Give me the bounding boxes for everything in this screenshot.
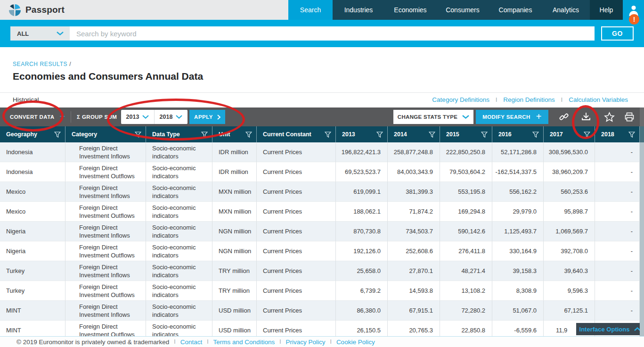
table-cell: 67,125.1 bbox=[544, 301, 595, 321]
table-row: NigeriaForeign Direct Investment Outflow… bbox=[0, 241, 640, 261]
column-header-label: 2013 bbox=[342, 131, 355, 138]
filter-funnel-icon[interactable] bbox=[628, 132, 635, 138]
table-cell: - bbox=[595, 301, 640, 321]
table-cell: 71,874.2 bbox=[388, 202, 440, 222]
table-cell: Current Prices bbox=[257, 222, 336, 241]
year-from-value: 2013 bbox=[126, 114, 139, 120]
table-cell: Nigeria bbox=[0, 241, 65, 261]
column-header-2015: 2015 bbox=[440, 126, 492, 142]
calculation-variables-link[interactable]: Calculation Variables bbox=[569, 96, 628, 103]
table-cell: 188,062.1 bbox=[336, 202, 388, 222]
table-cell: Current Prices bbox=[257, 241, 336, 261]
table-cell: 27,870.1 bbox=[388, 261, 440, 281]
table-cell: USD million bbox=[212, 301, 257, 321]
filter-funnel-icon[interactable] bbox=[325, 132, 331, 138]
table-cell: Foreign Direct Investment Inflows bbox=[65, 142, 146, 162]
scrollbar-thumb[interactable] bbox=[640, 142, 644, 336]
share-link-icon[interactable] bbox=[558, 111, 570, 123]
table-cell: 51,067.0 bbox=[492, 301, 544, 321]
column-header-label: 2017 bbox=[550, 131, 563, 138]
table-cell: IDR million bbox=[212, 142, 257, 162]
category-definitions-link[interactable]: Category Definitions bbox=[432, 96, 489, 103]
privacy-policy-link[interactable]: Privacy Policy bbox=[286, 339, 326, 346]
region-definitions-link[interactable]: Region Definitions bbox=[503, 96, 555, 103]
notification-badge[interactable]: ! bbox=[629, 14, 639, 25]
plus-icon: + bbox=[59, 111, 65, 122]
column-header-data-type: Data Type bbox=[146, 126, 212, 142]
passport-logo[interactable]: Passport bbox=[0, 0, 288, 20]
user-account-button[interactable]: ! bbox=[623, 0, 644, 20]
apply-button[interactable]: APPLY bbox=[189, 110, 225, 124]
group-sum-dropdown[interactable]: Σ GROUP SUM bbox=[77, 107, 127, 126]
filter-funnel-icon[interactable] bbox=[429, 132, 435, 138]
change-stats-type-dropdown[interactable]: CHANGE STATS TYPE bbox=[393, 110, 473, 124]
go-button[interactable]: GO bbox=[601, 26, 634, 41]
link-separator: Ι bbox=[496, 97, 497, 103]
table-cell: Foreign Direct Investment Outflows bbox=[65, 202, 146, 222]
tab-economies[interactable]: Economies bbox=[384, 0, 436, 20]
passport-pinwheel-icon bbox=[8, 4, 21, 17]
favorite-star-icon[interactable] bbox=[603, 111, 615, 123]
link-separator: Ι bbox=[279, 339, 281, 345]
tab-help[interactable]: Help bbox=[590, 0, 623, 20]
table-cell: MXN million bbox=[212, 202, 257, 222]
column-header-label: Category bbox=[72, 131, 97, 138]
column-header-2016: 2016 bbox=[492, 126, 544, 142]
filter-funnel-icon[interactable] bbox=[376, 132, 383, 138]
table-cell: 38,960,209.7 bbox=[544, 162, 595, 182]
column-header-label: Geography bbox=[6, 131, 37, 138]
filter-funnel-icon[interactable] bbox=[584, 132, 590, 138]
table-cell: MXN million bbox=[212, 182, 257, 202]
link-icon bbox=[559, 112, 569, 122]
column-header-label: Data Type bbox=[152, 131, 180, 138]
table-row: IndonesiaForeign Direct Investment Inflo… bbox=[0, 142, 640, 162]
print-icon[interactable] bbox=[624, 111, 635, 123]
convert-data-button[interactable]: CONVERT DATA + bbox=[10, 107, 65, 126]
filter-funnel-icon[interactable] bbox=[532, 132, 539, 138]
page-title: Economies and Consumers Annual Data bbox=[13, 71, 203, 82]
search-input[interactable] bbox=[70, 26, 595, 41]
filter-funnel-icon[interactable] bbox=[481, 132, 488, 138]
table-cell: 330,164.9 bbox=[492, 241, 544, 261]
filter-funnel-icon[interactable] bbox=[54, 132, 61, 138]
tab-analytics[interactable]: Analytics bbox=[542, 0, 590, 20]
table-cell: MINT bbox=[0, 301, 65, 321]
table-cell: Socio-economic indicators bbox=[146, 182, 212, 202]
column-header-category: Category bbox=[65, 126, 146, 142]
table-cell: Foreign Direct Investment Outflows bbox=[65, 281, 146, 301]
table-cell: 381,399.3 bbox=[388, 182, 440, 202]
table-cell: 6,739.2 bbox=[336, 281, 388, 301]
search-bar: ALL GO bbox=[0, 20, 644, 47]
table-cell: Socio-economic indicators bbox=[146, 261, 212, 281]
interface-options-button[interactable]: Interface Options bbox=[576, 323, 644, 335]
breadcrumb-link[interactable]: SEARCH RESULTS bbox=[13, 61, 67, 67]
table-cell: 1,125,493.7 bbox=[492, 222, 544, 241]
download-icon[interactable] bbox=[580, 111, 592, 123]
filter-funnel-icon[interactable] bbox=[201, 132, 208, 138]
filter-funnel-icon[interactable] bbox=[245, 132, 252, 138]
breadcrumb[interactable]: SEARCH RESULTS/ bbox=[13, 61, 71, 67]
search-scope-dropdown[interactable]: ALL bbox=[10, 26, 70, 41]
tab-consumers[interactable]: Consumers bbox=[436, 0, 489, 20]
table-cell: - bbox=[595, 202, 640, 222]
link-separator: Ι bbox=[207, 339, 208, 345]
modify-search-button[interactable]: MODIFY SEARCH + bbox=[476, 110, 548, 124]
year-from-dropdown[interactable]: 2013 bbox=[121, 110, 154, 124]
year-to-dropdown[interactable]: 2018 bbox=[154, 110, 187, 124]
tab-companies[interactable]: Companies bbox=[489, 0, 542, 20]
table-cell: 192,126.0 bbox=[336, 241, 388, 261]
tab-search[interactable]: Search bbox=[288, 0, 333, 20]
table-cell: Foreign Direct Investment Inflows bbox=[65, 261, 146, 281]
table-cell: 870,730.8 bbox=[336, 222, 388, 241]
table-body: IndonesiaForeign Direct Investment Inflo… bbox=[0, 142, 640, 336]
table-row: IndonesiaForeign Direct Investment Outfl… bbox=[0, 162, 640, 182]
star-icon bbox=[604, 112, 615, 122]
table-cell: Foreign Direct Investment Inflows bbox=[65, 301, 146, 321]
terms-link[interactable]: Terms and Conditions bbox=[213, 339, 275, 346]
table-cell: 95,898.7 bbox=[544, 202, 595, 222]
filter-funnel-icon[interactable] bbox=[135, 132, 141, 138]
passport-app: Passport Search Industries Economies Con… bbox=[0, 0, 644, 347]
contact-link[interactable]: Contact bbox=[180, 339, 203, 346]
tab-industries[interactable]: Industries bbox=[333, 0, 384, 20]
cookie-policy-link[interactable]: Cookie Policy bbox=[336, 339, 375, 346]
